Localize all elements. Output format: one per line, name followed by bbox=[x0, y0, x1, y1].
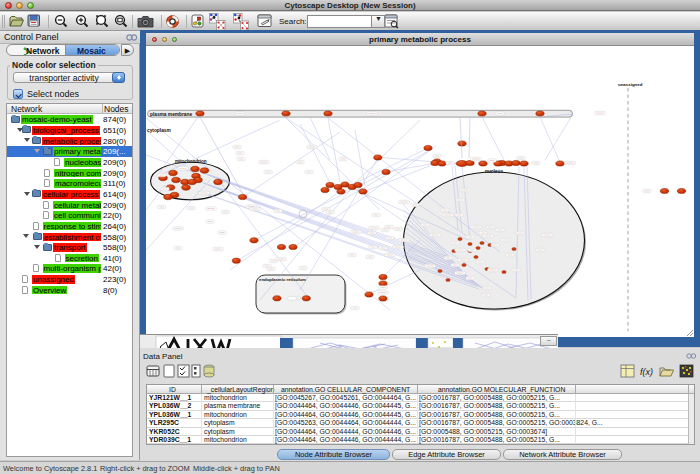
svg-text:plasma membrane: plasma membrane bbox=[150, 112, 192, 117]
svg-text:f(x): f(x) bbox=[640, 367, 653, 377]
svg-text:unassigned: unassigned bbox=[618, 82, 643, 87]
svg-text:mitochondrion: mitochondrion bbox=[175, 159, 207, 164]
svg-text:endoplasmic reticulum: endoplasmic reticulum bbox=[259, 277, 306, 282]
svg-text:cytoplasm: cytoplasm bbox=[147, 128, 171, 133]
svg-text:nucleus: nucleus bbox=[485, 169, 503, 174]
